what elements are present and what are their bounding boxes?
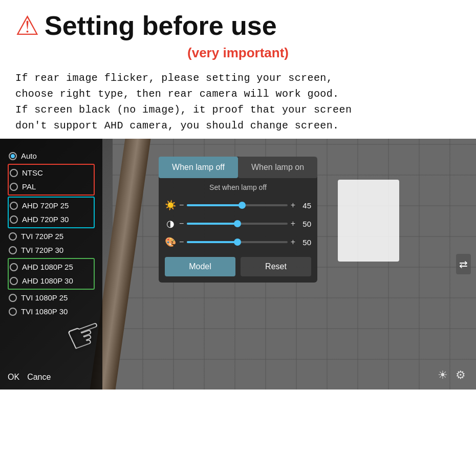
page-title: Setting before use — [45, 10, 277, 41]
brightness-minus[interactable]: − — [179, 201, 184, 210]
tab-lamp-on[interactable]: When lamp on — [238, 157, 317, 178]
menu-item-ahd720p25[interactable]: AHD 720P 25 — [9, 199, 94, 212]
cyan-box-group: AHD 720P 25 AHD 720P 30 — [8, 197, 95, 228]
menu-item-tvi1080p25[interactable]: TVI 1080P 25 — [8, 291, 95, 305]
brightness-track[interactable] — [187, 204, 287, 206]
radio-tvi1080p30[interactable] — [9, 308, 17, 316]
menu-label-ntsc: NTSC — [22, 168, 43, 177]
top-section: ⚠ Setting before use (very important) If… — [0, 0, 476, 139]
brightness-plus[interactable]: + — [291, 201, 295, 210]
brightness-thumb[interactable] — [239, 202, 246, 209]
menu-label-ahd1080p25: AHD 1080P 25 — [22, 263, 73, 271]
contrast-track[interactable] — [187, 223, 287, 225]
green-box-group: AHD 1080P 25 AHD 1080P 30 — [8, 258, 95, 290]
menu-item-tvi720p25[interactable]: TVI 720P 25 — [8, 229, 95, 243]
description: If rear image flicker, please setting yo… — [15, 70, 461, 134]
warning-icon: ⚠ — [15, 10, 39, 41]
model-button[interactable]: Model — [165, 257, 235, 276]
settings-panel: When lamp off When lamp on Set when lamp… — [159, 157, 317, 283]
radio-ahd720p30[interactable] — [10, 215, 18, 224]
saturation-minus[interactable]: − — [179, 237, 184, 247]
saturation-plus[interactable]: + — [291, 237, 295, 247]
brightness-slider-row: ☀️ − + 45 — [159, 198, 317, 213]
menu-label-tvi720p25: TVI 720P 25 — [21, 232, 63, 241]
menu-item-ahd1080p25[interactable]: AHD 1080P 25 — [9, 260, 94, 274]
bright-spot — [338, 180, 399, 262]
brightness-setting-icon[interactable]: ☀ — [438, 369, 448, 382]
menu-label-tvi1080p25: TVI 1080P 25 — [21, 293, 68, 302]
menu-item-pal[interactable]: PAL — [9, 180, 94, 193]
radio-ahd1080p25[interactable] — [10, 263, 18, 271]
contrast-minus[interactable]: − — [179, 219, 184, 228]
menu-label-auto: Auto — [21, 152, 37, 160]
menu-item-ahd720p30[interactable]: AHD 720P 30 — [9, 212, 94, 226]
transfer-icon[interactable]: ⇄ — [456, 254, 471, 274]
ok-button[interactable]: OK — [8, 373, 19, 382]
saturation-value: 50 — [298, 238, 311, 247]
title-row: ⚠ Setting before use — [15, 10, 461, 41]
menu-item-tvi720p30[interactable]: TVI 720P 30 — [8, 243, 95, 257]
saturation-fill — [187, 241, 237, 243]
tab-lamp-off[interactable]: When lamp off — [159, 157, 238, 178]
subtitle: (very important) — [15, 45, 461, 61]
menu-bottom: OK Cance — [8, 373, 51, 382]
contrast-thumb[interactable] — [234, 220, 241, 227]
radio-tvi720p30[interactable] — [9, 246, 17, 254]
tab-row: When lamp off When lamp on — [159, 157, 317, 178]
menu-label-tvi720p30: TVI 720P 30 — [21, 246, 63, 254]
radio-ahd1080p30[interactable] — [10, 277, 18, 285]
reset-button[interactable]: Reset — [241, 257, 311, 276]
saturation-slider-row: 🎨 − + 50 — [159, 234, 317, 250]
radio-ntsc[interactable] — [10, 169, 18, 177]
menu-label-ahd720p30: AHD 720P 30 — [22, 215, 69, 224]
radio-tvi1080p25[interactable] — [9, 294, 17, 302]
menu-label-pal: PAL — [22, 182, 36, 191]
gear-icon[interactable]: ⚙ — [456, 369, 466, 382]
brightness-value: 45 — [298, 201, 311, 210]
screenshot-area: Auto NTSC PAL AHD 720P 25 AHD 720P 30 — [0, 139, 476, 390]
menu-item-ntsc[interactable]: NTSC — [9, 166, 94, 180]
red-box-group: NTSC PAL — [8, 164, 95, 196]
menu-label-ahd1080p30: AHD 1080P 30 — [22, 276, 73, 285]
radio-tvi720p25[interactable] — [9, 232, 17, 241]
saturation-thumb[interactable] — [234, 239, 241, 246]
contrast-icon: ◑ — [165, 218, 176, 229]
menu-item-auto[interactable]: Auto — [8, 149, 95, 163]
contrast-slider-row: ◑ − + 50 — [159, 216, 317, 231]
contrast-plus[interactable]: + — [291, 219, 295, 228]
contrast-fill — [187, 223, 237, 225]
radio-ahd720p25[interactable] — [10, 202, 18, 210]
menu-label-tvi1080p30: TVI 1080P 30 — [21, 307, 68, 316]
radio-pal[interactable] — [10, 183, 18, 191]
contrast-value: 50 — [298, 220, 311, 228]
saturation-icon: 🎨 — [165, 236, 176, 248]
panel-buttons: Model Reset — [159, 253, 317, 276]
cancel-button[interactable]: Cance — [27, 373, 51, 382]
saturation-track[interactable] — [187, 241, 287, 243]
radio-auto[interactable] — [9, 152, 17, 160]
panel-section-title: Set when lamp off — [159, 183, 317, 191]
brightness-icon: ☀️ — [165, 200, 176, 211]
bottom-right-icons: ☀ ⚙ — [438, 369, 466, 382]
menu-item-ahd1080p30[interactable]: AHD 1080P 30 — [9, 274, 94, 288]
menu-label-ahd720p25: AHD 720P 25 — [22, 201, 69, 210]
brightness-fill — [187, 204, 242, 206]
